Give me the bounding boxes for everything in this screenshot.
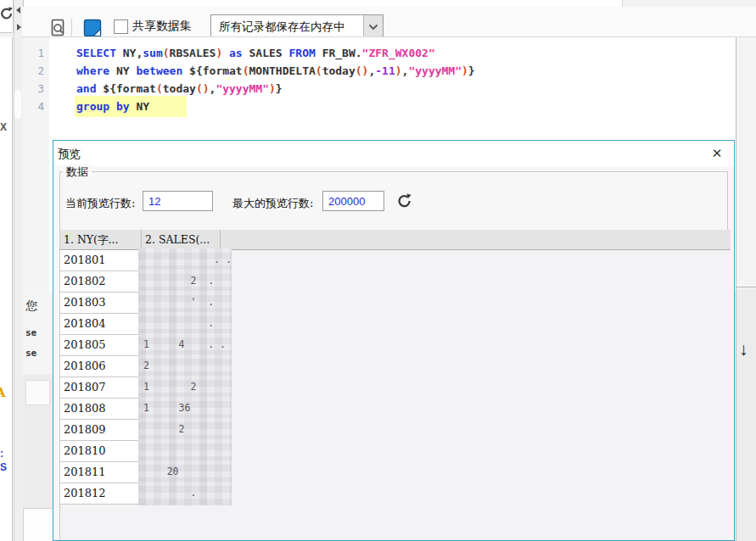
censored-value: . (138, 312, 232, 336)
censored-peek-digits: 1 4 . . (143, 338, 226, 350)
save-icon (82, 18, 103, 38)
panel-bottom-box (23, 508, 54, 541)
table-row[interactable]: 201802 2 . (60, 271, 731, 293)
censored-peek-digits: 2 (143, 360, 149, 371)
sales-cell[interactable]: 1 36 (142, 399, 221, 420)
preview-dialog: 预览 ✕ 数据 当前预览行数: 12 最大的预览行数: 200000 1. NY… (53, 140, 735, 541)
censored-value: ' . (138, 291, 232, 315)
ny-cell[interactable]: 201802 (60, 271, 142, 293)
code-line[interactable]: 4group by NY (22, 98, 756, 115)
ny-cell[interactable]: 201812 (60, 483, 142, 505)
sales-cell[interactable]: 2 (142, 356, 221, 377)
close-icon[interactable]: ✕ (708, 145, 725, 162)
ny-cell[interactable]: 201804 (60, 314, 142, 335)
sales-cell[interactable]: ' . (142, 293, 221, 314)
ny-cell[interactable]: 201809 (60, 420, 142, 441)
table-row[interactable]: 201809 2 (60, 420, 731, 441)
code-text: group by NY (76, 98, 185, 115)
ny-cell[interactable]: 201810 (60, 441, 142, 462)
censored-value: 2 (138, 354, 232, 378)
data-groupbox: 数据 当前预览行数: 12 最大的预览行数: 200000 1. NY(字...… (59, 171, 728, 541)
censored-peek-digits: 2 . (143, 275, 214, 287)
refresh-preview-button[interactable] (396, 192, 413, 209)
censored-value: 1 4 . . (138, 333, 232, 357)
groupbox-label: 数据 (63, 165, 92, 180)
table-row[interactable]: 2018081 36 (60, 399, 731, 420)
sales-cell[interactable]: . (142, 314, 221, 335)
dataset-toolbar: 共享数据集 所有记录都保存在内存中 (22, 7, 756, 37)
ny-cell[interactable]: 201806 (60, 356, 142, 377)
table-row[interactable]: 201810 (60, 441, 731, 462)
collapse-left-icon[interactable] (16, 7, 20, 14)
hint-text-se1: se (25, 327, 36, 338)
current-rows-input[interactable]: 12 (143, 191, 213, 211)
ny-cell[interactable]: 201803 (60, 293, 142, 314)
censored-peek-digits: 1 36 (143, 402, 190, 414)
code-line[interactable]: 1SELECT NY,sum(RBSALES) as SALES FROM FR… (22, 44, 756, 62)
censored-value: 1 36 (138, 397, 232, 421)
shared-dataset-label: 共享数据集 (132, 19, 192, 34)
save-button[interactable] (81, 16, 104, 39)
line-number: 2 (22, 62, 44, 80)
cutoff-glyph-a: A (0, 385, 6, 400)
storage-mode-value: 所有记录都保存在内存中 (211, 20, 363, 35)
censored-peek-digits: . (143, 317, 214, 329)
ny-cell[interactable]: 201801 (60, 250, 142, 271)
sales-cell[interactable]: . . (142, 250, 221, 271)
table-row[interactable]: 201803 ' . (60, 293, 731, 314)
censored-value (138, 439, 232, 463)
table-row[interactable]: 2018051 4 . . (60, 335, 731, 356)
censored-value: 2 (138, 418, 232, 442)
cutoff-glyph-s: S (0, 461, 7, 473)
code-line[interactable]: 3and ${format(today(),"yyyyMM")} (22, 80, 756, 98)
table-row[interactable]: 2018062 (60, 356, 731, 377)
left-side-panel: X A : S 图 (0, 37, 13, 541)
code-text: where NY between ${format(MONTHDELTA(tod… (76, 62, 475, 80)
table-row[interactable]: 201801 . . (60, 250, 731, 271)
right-lower-panel (736, 288, 756, 541)
censored-peek-digits: ' . (143, 296, 214, 308)
scroll-down-arrow[interactable]: ↓ (739, 339, 748, 360)
sql-code[interactable]: 1SELECT NY,sum(RBSALES) as SALES FROM FR… (22, 44, 756, 115)
column-header[interactable]: 1. NY(字... (60, 230, 142, 249)
column-header[interactable]: 2. SALES(... (142, 230, 221, 249)
table-body[interactable]: 201801 . .201802 2 .201803 ' .201804 .20… (60, 250, 731, 505)
max-rows-label: 最大的预览行数: (232, 196, 313, 211)
max-rows-input[interactable]: 200000 (322, 191, 384, 211)
censored-peek-digits: 20 (143, 466, 179, 477)
dialog-titlebar[interactable]: 预览 ✕ (53, 141, 734, 166)
ny-cell[interactable]: 201805 (60, 335, 142, 356)
censored-peek-digits: 2 (143, 423, 184, 435)
shared-dataset-checkbox[interactable] (114, 20, 128, 34)
sales-cell[interactable]: 2 (142, 420, 221, 441)
sales-cell[interactable]: 1 2 (142, 377, 221, 399)
sales-cell[interactable]: 1 4 . . (142, 335, 221, 356)
ny-cell[interactable]: 201808 (60, 399, 142, 420)
code-line[interactable]: 2where NY between ${format(MONTHDELTA(to… (22, 62, 756, 80)
cutoff-glyph-colon: : (0, 448, 3, 460)
hint-text-you: 您 (25, 298, 37, 314)
sales-cell[interactable]: 20 (142, 462, 221, 483)
storage-mode-dropdown[interactable]: 所有记录都保存在内存中 (210, 14, 384, 39)
censored-value: . (138, 482, 232, 505)
sales-cell[interactable]: 2 . (142, 271, 221, 293)
table-row[interactable]: 201811 20 (60, 462, 731, 483)
chevron-down-icon[interactable] (363, 15, 383, 38)
line-number: 1 (22, 44, 44, 62)
preview-table[interactable]: 1. NY(字...2. SALES(... 201801 . .201802 … (59, 230, 731, 541)
table-row[interactable]: 2018071 2 (60, 377, 731, 399)
censored-value: 1 2 (138, 376, 232, 399)
table-row[interactable]: 201812 . (60, 483, 731, 505)
ny-cell[interactable]: 201811 (60, 462, 142, 483)
ny-cell[interactable]: 201807 (60, 377, 142, 399)
table-row[interactable]: 201804 . (60, 314, 731, 335)
sales-cell[interactable]: . (142, 483, 221, 505)
code-text: SELECT NY,sum(RBSALES) as SALES FROM FR_… (76, 44, 435, 62)
table-header-row[interactable]: 1. NY(字...2. SALES(... (60, 230, 731, 250)
scrollbar-thumb[interactable] (14, 90, 21, 119)
sales-cell[interactable] (142, 441, 221, 462)
scrollbar-thumb[interactable] (25, 380, 50, 405)
censored-peek-digits: . . (143, 254, 232, 265)
refresh-button[interactable] (0, 0, 14, 33)
collapse-right-icon[interactable] (17, 24, 21, 31)
